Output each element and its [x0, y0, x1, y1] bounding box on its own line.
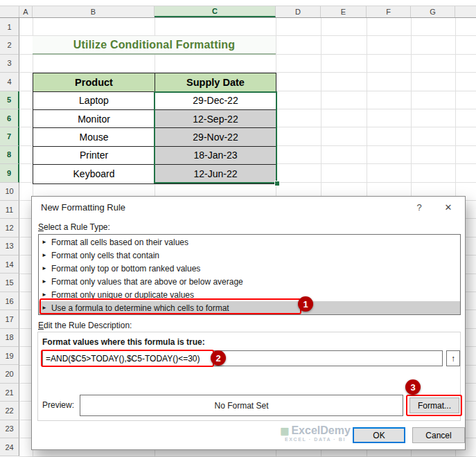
row-header-17[interactable]: 17 [0, 310, 19, 328]
row-header-21[interactable]: 21 [0, 384, 19, 402]
row-header-15[interactable]: 15 [0, 274, 19, 292]
rule-option-text: Use a formula to determine which cells t… [51, 303, 229, 313]
annotation-step-1: 1 [298, 296, 313, 312]
column-header-F[interactable]: F [367, 6, 411, 17]
sheet-title-cell[interactable]: Utilize Conditional Formatting [33, 36, 276, 54]
row-header-14[interactable]: 14 [0, 256, 19, 274]
rule-option-4[interactable]: ► Format only values that are above or b… [39, 275, 460, 288]
column-headers: A B C D E F G [0, 6, 476, 18]
row-header-5[interactable]: 5 [0, 91, 19, 109]
cell-product[interactable]: Keyboard [33, 165, 155, 183]
new-formatting-rule-dialog: New Formatting Rule ? ✕ Select a Rule Ty… [31, 196, 466, 450]
row-header-7[interactable]: 7 [0, 127, 19, 145]
header-product[interactable]: Product [33, 73, 155, 91]
preview-label: Preview: [42, 400, 74, 410]
row-header-24[interactable]: 24 [0, 438, 19, 456]
ok-button[interactable]: OK [353, 427, 405, 443]
header-supply-date[interactable]: Supply Date [155, 73, 276, 91]
rule-arrow-icon: ► [42, 239, 47, 245]
excel-window: A B C D E F G 1 2 3 4 5 6 7 8 9 10 11 12… [0, 0, 476, 457]
cell-product[interactable]: Laptop [33, 92, 155, 109]
rule-arrow-icon: ► [42, 252, 47, 258]
cell-product[interactable]: Monitor [33, 110, 155, 127]
column-header-D[interactable]: D [276, 6, 321, 17]
cell-supply-date[interactable]: 12-Sep-22 [155, 110, 276, 127]
row-header-10[interactable]: 10 [0, 183, 19, 201]
row-header-3[interactable]: 3 [0, 55, 19, 73]
rule-description-group: Format values where this formula is true… [37, 332, 461, 421]
exceldemy-logo-icon: ▦ [280, 425, 289, 436]
help-button[interactable]: ? [412, 200, 426, 214]
cell-supply-date[interactable]: 29-Dec-22 [155, 92, 276, 109]
edit-description-label: Edit the Rule Description: [38, 321, 132, 330]
row-header-1[interactable]: 1 [0, 18, 19, 36]
rule-option-text: Format only values that are above or bel… [51, 277, 243, 287]
watermark-name: ExcelDemy [291, 424, 350, 436]
dialog-titlebar[interactable]: New Formatting Rule ? ✕ [32, 197, 465, 217]
cell-supply-date[interactable]: 18-Jan-23 [155, 147, 276, 164]
rule-option-3[interactable]: ► Format only top or bottom ranked value… [39, 262, 460, 275]
rule-arrow-icon: ► [42, 292, 47, 298]
format-preview-box: No Format Set [80, 395, 403, 416]
rule-option-text: Format only top or bottom ranked values [51, 264, 200, 274]
rule-option-text: Format only cells that contain [51, 251, 159, 260]
cell-supply-date[interactable]: 12-Jun-22 [155, 165, 276, 183]
rule-type-label: Select a Rule Type: [38, 222, 110, 232]
close-icon[interactable]: ✕ [441, 200, 455, 214]
rule-arrow-icon: ► [42, 265, 47, 271]
rule-type-list: ► Format all cells based on their values… [38, 234, 461, 315]
row-header-11[interactable]: 11 [0, 201, 19, 219]
column-header-A[interactable]: A [19, 6, 33, 17]
row-header-23[interactable]: 23 [0, 420, 19, 438]
sheet-title: Utilize Conditional Formatting [73, 39, 236, 51]
row-header-22[interactable]: 22 [0, 402, 19, 420]
dialog-title: New Formatting Rule [41, 202, 125, 213]
product-table: Product Supply Date Laptop 29-Dec-22 Mon… [33, 73, 276, 183]
cancel-button[interactable]: Cancel [412, 427, 465, 443]
row-header-12[interactable]: 12 [0, 219, 19, 237]
collapse-dialog-button[interactable]: ↑ [446, 350, 460, 366]
cell-supply-date[interactable]: 29-Nov-22 [155, 128, 276, 145]
row-headers: 1 2 3 4 5 6 7 8 9 10 11 12 13 14 15 16 1… [0, 18, 19, 456]
column-header-partial[interactable] [455, 6, 476, 17]
select-all-button[interactable] [0, 6, 19, 17]
row-header-13[interactable]: 13 [0, 238, 19, 256]
formula-input[interactable] [42, 350, 443, 366]
watermark-tagline: EXCEL · DATA · BI [270, 437, 360, 442]
format-button[interactable]: Format... [409, 397, 459, 413]
fill-handle[interactable] [274, 181, 280, 186]
row-header-6[interactable]: 6 [0, 109, 19, 127]
rule-option-6-selected[interactable]: ► Use a formula to determine which cells… [39, 301, 460, 314]
rule-option-5[interactable]: ► Format only unique or duplicate values [39, 288, 460, 301]
up-arrow-icon: ↑ [451, 354, 455, 364]
annotation-step-2: 2 [211, 350, 226, 366]
formula-label: Format values where this formula is true… [42, 337, 205, 347]
column-header-B[interactable]: B [33, 6, 155, 17]
column-header-G[interactable]: G [411, 6, 455, 17]
row-header-2[interactable]: 2 [0, 36, 19, 54]
row-header-9[interactable]: 9 [0, 164, 19, 182]
rule-option-1[interactable]: ► Format all cells based on their values [39, 235, 460, 249]
row-header-20[interactable]: 20 [0, 365, 19, 383]
table-header-row: Product Supply Date [33, 73, 276, 91]
table-row: Mouse 29-Nov-22 [33, 128, 276, 146]
annotation-step-3: 3 [405, 379, 421, 395]
row-header-16[interactable]: 16 [0, 292, 19, 310]
rule-option-text: Format only unique or duplicate values [51, 290, 194, 300]
row-header-8[interactable]: 8 [0, 146, 19, 164]
column-header-C[interactable]: C [155, 6, 276, 17]
table-row: Printer 18-Jan-23 [33, 147, 276, 165]
column-header-E[interactable]: E [321, 6, 367, 17]
cell-product[interactable]: Printer [33, 147, 155, 164]
row-header-18[interactable]: 18 [0, 329, 19, 347]
rule-arrow-icon: ► [42, 278, 47, 285]
rule-option-text: Format all cells based on their values [51, 238, 188, 247]
format-button-label: Format... [418, 401, 451, 411]
table-row: Monitor 12-Sep-22 [33, 110, 276, 128]
rule-arrow-icon: ► [42, 305, 47, 311]
cell-product[interactable]: Mouse [33, 128, 155, 145]
rule-option-2[interactable]: ► Format only cells that contain [39, 249, 460, 262]
row-header-4[interactable]: 4 [0, 73, 19, 91]
row-header-19[interactable]: 19 [0, 347, 19, 365]
table-row: Keyboard 12-Jun-22 [33, 165, 276, 183]
